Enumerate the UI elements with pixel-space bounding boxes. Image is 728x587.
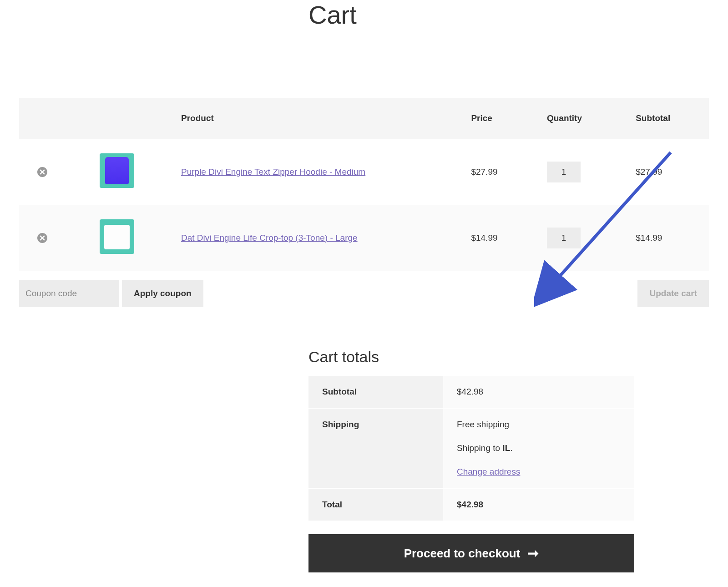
cart-table: Product Price Quantity Subtotal Purple D… (19, 98, 709, 271)
quantity-input[interactable] (547, 162, 581, 182)
close-icon (40, 169, 45, 175)
close-icon (40, 235, 45, 241)
cart-totals-title: Cart totals (308, 348, 634, 366)
col-header-price: Price (471, 98, 547, 139)
remove-item-button[interactable] (37, 167, 47, 177)
arrow-right-icon: ➞ (527, 547, 539, 560)
item-price: $27.99 (471, 139, 547, 205)
table-row: Dat Divi Engine Life Crop-top (3-Tone) -… (19, 205, 709, 271)
subtotal-label: Subtotal (308, 376, 443, 408)
product-thumbnail[interactable] (100, 153, 134, 188)
proceed-to-checkout-button[interactable]: Proceed to checkout ➞ (308, 534, 634, 572)
item-subtotal: $27.99 (636, 139, 709, 205)
total-value: $42.98 (443, 488, 634, 521)
remove-item-button[interactable] (37, 233, 47, 243)
col-header-quantity: Quantity (547, 98, 636, 139)
col-header-subtotal: Subtotal (636, 98, 709, 139)
item-price: $14.99 (471, 205, 547, 271)
page-title: Cart (308, 0, 709, 30)
shipping-method: Free shipping (457, 420, 621, 430)
product-link[interactable]: Dat Divi Engine Life Crop-top (3-Tone) -… (181, 233, 358, 243)
subtotal-value: $42.98 (443, 376, 634, 408)
col-header-product: Product (181, 98, 471, 139)
cart-actions: Apply coupon Update cart (19, 280, 709, 307)
totals-table: Subtotal $42.98 Shipping Free shipping S… (308, 376, 634, 521)
total-label: Total (308, 488, 443, 521)
shipping-label: Shipping (308, 408, 443, 488)
coupon-section: Apply coupon (19, 280, 203, 307)
col-header-thumbnail (87, 98, 181, 139)
update-cart-button[interactable]: Update cart (637, 280, 709, 307)
shipping-cell: Free shipping Shipping to IL. Change add… (443, 408, 634, 488)
coupon-input[interactable] (19, 280, 119, 307)
cart-totals-section: Cart totals Subtotal $42.98 Shipping Fre… (308, 348, 634, 572)
product-thumbnail[interactable] (100, 219, 134, 254)
col-header-remove (19, 98, 87, 139)
shipping-destination: Shipping to IL. (457, 443, 621, 453)
product-link[interactable]: Purple Divi Engine Text Zipper Hoodie - … (181, 167, 365, 177)
quantity-input[interactable] (547, 228, 581, 248)
apply-coupon-button[interactable]: Apply coupon (122, 280, 203, 307)
item-subtotal: $14.99 (636, 205, 709, 271)
table-row: Purple Divi Engine Text Zipper Hoodie - … (19, 139, 709, 205)
checkout-label: Proceed to checkout (404, 547, 521, 561)
change-address-link[interactable]: Change address (457, 467, 520, 476)
